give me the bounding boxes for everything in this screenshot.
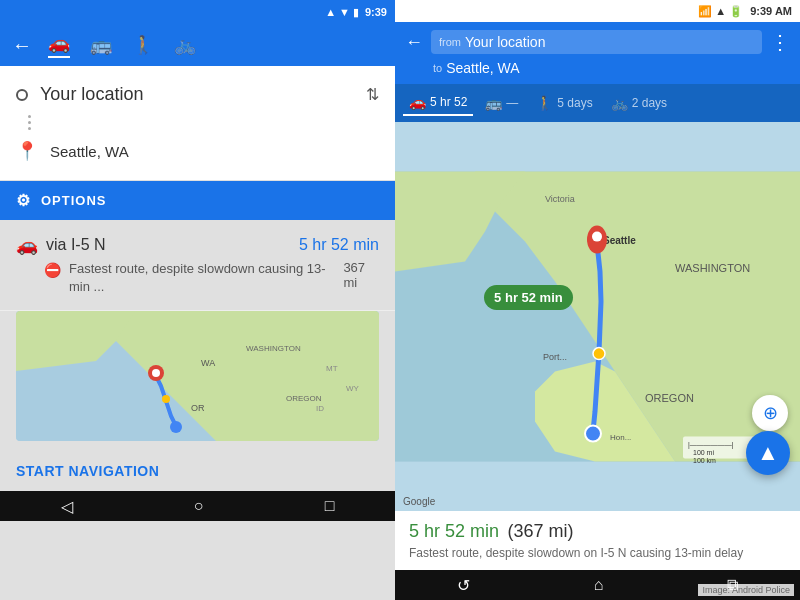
route-info-panel: 5 hr 52 min (367 mi) Fastest route, desp… <box>395 511 800 570</box>
svg-point-28 <box>592 232 602 242</box>
from-field: from Your location <box>431 30 762 54</box>
start-nav-label: START NAVIGATION <box>16 463 159 479</box>
right-status-icons: 📶 ▲ 🔋 9:39 AM <box>698 5 792 18</box>
route-info-summary: 5 hr 52 min (367 mi) <box>409 521 786 542</box>
right-walk-tab[interactable]: 🚶 5 days <box>530 91 598 115</box>
left-header: ← 🚗 🚌 🚶 🚲 <box>0 24 395 66</box>
svg-text:Hon...: Hon... <box>610 433 631 442</box>
svg-text:Seattle: Seattle <box>603 235 636 246</box>
right-home-nav-icon[interactable]: ⌂ <box>594 576 604 594</box>
svg-text:|——————|: |——————| <box>688 441 734 449</box>
walk-mode-tab[interactable]: 🚶 <box>132 34 154 56</box>
navigation-fab[interactable]: ▲ <box>746 431 790 475</box>
svg-point-11 <box>162 395 170 403</box>
svg-text:WASHINGTON: WASHINGTON <box>675 262 750 274</box>
route-car-icon: 🚗 <box>16 234 38 256</box>
start-navigation-button[interactable]: START NAVIGATION <box>0 451 395 491</box>
left-bottom-nav: ◁ ○ □ <box>0 491 395 521</box>
right-bike-icon: 🚲 <box>611 95 628 111</box>
right-header: ← from Your location ⋮ to Seattle, WA <box>395 22 800 84</box>
locate-button[interactable]: ⊕ <box>752 395 788 431</box>
right-wifi-icon: ▲ <box>715 5 726 17</box>
svg-text:WA: WA <box>201 358 215 368</box>
svg-text:OREGON: OREGON <box>286 394 322 403</box>
recents-nav-icon[interactable]: □ <box>325 497 335 515</box>
right-battery-icon: 🔋 <box>729 5 743 18</box>
options-bar[interactable]: ⚙ OPTIONS <box>0 181 395 220</box>
route-main: 🚗 via I-5 N <box>16 234 106 256</box>
svg-text:OREGON: OREGON <box>645 392 694 404</box>
transit-mode-tab[interactable]: 🚌 <box>90 34 112 56</box>
svg-text:100 mi: 100 mi <box>693 449 714 456</box>
right-back-nav-icon[interactable]: ↺ <box>457 576 470 595</box>
options-icon: ⚙ <box>16 191 31 210</box>
route-distance: 367 mi <box>343 260 379 290</box>
from-input-area[interactable]: from Your location <box>431 30 762 54</box>
divider-dots <box>28 115 31 130</box>
dot1 <box>28 115 31 118</box>
back-button[interactable]: ← <box>12 34 32 57</box>
route-info-dist: (367 mi) <box>508 521 574 541</box>
to-location-text[interactable]: Seattle, WA <box>50 143 129 160</box>
battery-icon: ▮ <box>353 6 359 19</box>
right-transit-tab[interactable]: 🚌 — <box>479 91 524 115</box>
from-location-display: Your location <box>465 34 545 50</box>
right-walk-icon: 🚶 <box>536 95 553 111</box>
left-panel: ▲ ▼ ▮ 9:39 ← 🚗 🚌 🚶 🚲 Your location ⇅ <box>0 0 395 600</box>
wifi-icon: ▼ <box>339 6 350 18</box>
to-label: to <box>433 62 442 74</box>
left-status-bar: ▲ ▼ ▮ 9:39 <box>0 0 395 24</box>
main-map[interactable]: Seattle Victoria WASHINGTON OREGON Port.… <box>395 122 800 511</box>
svg-text:ID: ID <box>316 404 324 413</box>
svg-point-10 <box>170 421 182 433</box>
right-transit-time: — <box>506 96 518 110</box>
right-signal-icon: 📶 <box>698 5 712 18</box>
svg-text:Port...: Port... <box>543 352 567 362</box>
route-info-time: 5 hr 52 min <box>409 521 499 541</box>
right-header-top: ← from Your location ⋮ <box>405 30 790 54</box>
more-options-icon[interactable]: ⋮ <box>770 30 790 54</box>
home-nav-icon[interactable]: ○ <box>194 497 204 515</box>
to-location-display: Seattle, WA <box>446 60 519 76</box>
right-drive-tab[interactable]: 🚗 5 hr 52 <box>403 90 473 116</box>
route-detail: ⛔ Fastest route, despite slowdown causin… <box>16 260 379 296</box>
time-bubble: 5 hr 52 min <box>484 285 573 310</box>
right-drive-icon: 🚗 <box>409 94 426 110</box>
right-back-button[interactable]: ← <box>405 32 423 53</box>
destination-pin-icon: 📍 <box>16 140 38 162</box>
svg-text:Victoria: Victoria <box>545 194 575 204</box>
map-thumbnail: WASHINGTON OREGON MT ID WY WA OR <box>16 311 379 441</box>
google-watermark: Google <box>403 496 435 507</box>
to-row: to Seattle, WA <box>405 60 790 76</box>
bike-mode-tab[interactable]: 🚲 <box>174 34 196 56</box>
route-detail-text: Fastest route, despite slowdown causing … <box>69 260 335 296</box>
warning-icon: ⛔ <box>44 262 61 278</box>
svg-text:MT: MT <box>326 364 338 373</box>
svg-text:WY: WY <box>346 384 360 393</box>
right-drive-time: 5 hr 52 <box>430 95 467 109</box>
route-via: via I-5 N <box>46 236 106 254</box>
svg-point-26 <box>585 426 601 442</box>
signal-icon: ▲ <box>325 6 336 18</box>
swap-icon[interactable]: ⇅ <box>366 85 379 104</box>
right-bike-tab[interactable]: 🚲 2 days <box>605 91 673 115</box>
right-bike-time: 2 days <box>632 96 667 110</box>
locate-icon: ⊕ <box>763 402 778 424</box>
dot3 <box>28 127 31 130</box>
left-time: 9:39 <box>365 6 387 18</box>
right-walk-time: 5 days <box>557 96 592 110</box>
from-location-text[interactable]: Your location <box>40 84 354 105</box>
dot2 <box>28 121 31 124</box>
drive-mode-tab[interactable]: 🚗 <box>48 32 70 58</box>
right-transport-tabs: 🚗 5 hr 52 🚌 — 🚶 5 days 🚲 2 days <box>395 84 800 122</box>
route-time: 5 hr 52 min <box>299 236 379 254</box>
transport-mode-selector: 🚗 🚌 🚶 🚲 <box>48 32 196 58</box>
right-panel: 📶 ▲ 🔋 9:39 AM ← from Your location ⋮ to <box>395 0 800 600</box>
nav-fab-icon: ▲ <box>757 440 779 466</box>
back-nav-icon[interactable]: ◁ <box>61 497 73 516</box>
image-watermark: Image: Android Police <box>698 584 794 596</box>
location-divider <box>16 113 379 132</box>
svg-text:WASHINGTON: WASHINGTON <box>246 344 301 353</box>
to-location-row: 📍 Seattle, WA <box>16 132 379 170</box>
svg-point-9 <box>152 369 160 377</box>
